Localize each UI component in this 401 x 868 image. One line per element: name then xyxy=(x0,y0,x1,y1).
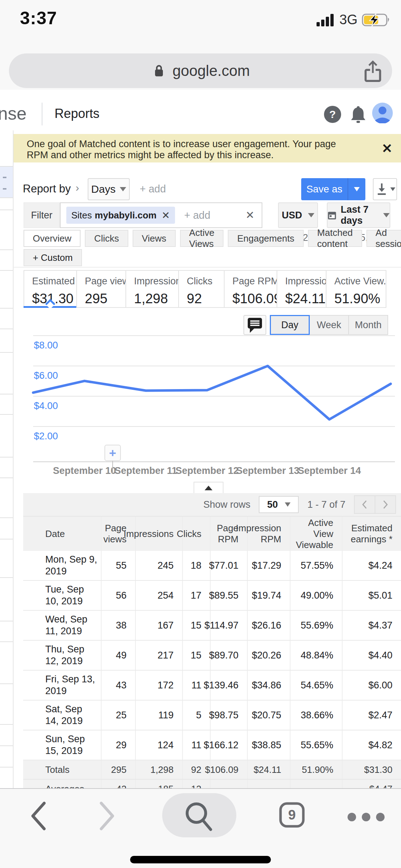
row-value: $20.26 xyxy=(247,641,290,670)
chevron-forward-icon xyxy=(97,800,117,832)
tabs-button[interactable]: 9 xyxy=(279,802,305,830)
totals-value: $31.30 xyxy=(342,760,401,779)
filter-label[interactable]: Filter xyxy=(24,202,60,228)
date-range-value: Last 7 days xyxy=(341,204,379,226)
sidebar-item-highlight[interactable] xyxy=(0,167,13,197)
x-axis-tick-label: September 12 xyxy=(175,465,238,476)
row-value: $6.00 xyxy=(342,671,401,700)
tab-active-views[interactable]: Active Views xyxy=(180,230,224,247)
tab-clicks[interactable]: Clicks xyxy=(85,230,128,247)
prev-page-button[interactable] xyxy=(355,496,375,513)
help-button[interactable]: ? xyxy=(324,105,341,125)
iphone-screen: 3:37 3G google.com xyxy=(0,0,401,868)
adsense-brand-fragment: nse xyxy=(0,103,27,124)
save-as-split-button: Save as xyxy=(301,178,365,200)
filter-add-placeholder: + add xyxy=(184,210,210,221)
table-row: Tue, Sep 10, 20195625417$89.55$19.7449.0… xyxy=(23,581,401,611)
row-date: Mon, Sep 9, 2019 xyxy=(23,551,101,580)
metric-card-active-view[interactable]: Active View...51.90% xyxy=(326,270,386,308)
granularity-day[interactable]: Day xyxy=(270,315,310,335)
sidebar-divider xyxy=(0,724,13,725)
sidebar-divider xyxy=(0,249,13,250)
row-value: $20.75 xyxy=(247,701,290,730)
metric-card-page-rpm[interactable]: Page RPM$106.09 xyxy=(224,270,277,308)
filter-chip-sites[interactable]: Sites mybabyli.com ✕ xyxy=(66,207,175,224)
column-header-date[interactable]: Date xyxy=(23,517,101,551)
comment-icon xyxy=(247,316,263,334)
chevron-down-icon xyxy=(308,213,314,217)
account-avatar[interactable] xyxy=(372,103,393,125)
column-header-impression-rpm[interactable]: Impression RPM xyxy=(247,517,290,551)
table-row: Sat, Sep 14, 2019251195$98.75$20.7538.66… xyxy=(23,701,401,730)
chevron-right-icon xyxy=(379,497,391,512)
battery-charging-icon xyxy=(362,13,391,27)
share-button[interactable] xyxy=(362,60,384,83)
tab-custom[interactable]: + Custom xyxy=(24,249,82,266)
page-size-value: 50 xyxy=(267,499,278,510)
row-date: Fri, Sep 13, 2019 xyxy=(23,671,101,700)
chevron-right-icon: › xyxy=(76,182,79,194)
chip-prefix: Sites xyxy=(71,210,92,221)
column-header-estimated-earnings[interactable]: Estimated earnings * xyxy=(342,517,401,551)
row-value: $114.97 xyxy=(210,611,247,640)
filter-input[interactable]: Sites mybabyli.com ✕ + add ✕ xyxy=(60,202,262,228)
column-header-active-view-viewable[interactable]: Active View Viewable xyxy=(290,517,342,551)
next-page-button[interactable] xyxy=(375,496,395,513)
row-value: 15 xyxy=(182,641,210,670)
forward-button[interactable] xyxy=(97,800,117,833)
row-value: $2.47 xyxy=(342,701,401,730)
page-size-dropdown[interactable]: 50 xyxy=(259,496,299,513)
more-button[interactable] xyxy=(346,812,386,824)
notifications-button[interactable] xyxy=(349,105,367,125)
row-value: $139.46 xyxy=(210,671,247,700)
table-row: Mon, Sep 9, 20195524518$77.01$17.2957.55… xyxy=(23,551,401,581)
filter-clear-icon[interactable]: ✕ xyxy=(246,209,255,221)
dimension-value: Days xyxy=(91,183,115,195)
currency-dropdown[interactable]: USD xyxy=(278,202,318,228)
metric-card-impressions[interactable]: Impressions1,298 xyxy=(125,270,179,308)
address-bar[interactable]: google.com xyxy=(9,53,392,88)
metric-label: Active View... xyxy=(334,276,386,287)
search-button[interactable] xyxy=(183,800,216,835)
row-value: 56 xyxy=(101,581,135,610)
banner-close-icon[interactable]: ✕ xyxy=(382,141,392,156)
row-value: 57.55% xyxy=(290,551,342,580)
share-icon xyxy=(362,60,384,82)
sidebar-divider xyxy=(0,577,13,578)
back-button[interactable] xyxy=(29,800,48,833)
notification-banner: One goal of Matched content is to increa… xyxy=(13,134,401,162)
row-value: 18 xyxy=(182,551,210,580)
table-controls: Show rows 50 1 - 7 of 7 xyxy=(23,493,401,516)
row-value: $34.86 xyxy=(247,671,290,700)
row-value: $89.70 xyxy=(210,641,247,670)
tab-overview[interactable]: Overview xyxy=(24,230,81,247)
dimension-dropdown[interactable]: Days xyxy=(88,178,130,200)
home-indicator[interactable] xyxy=(130,856,271,863)
row-value: 38 xyxy=(101,611,135,640)
column-header-clicks[interactable]: Clicks xyxy=(182,517,210,551)
metric-card-page-views[interactable]: Page views295 xyxy=(76,270,126,308)
network-type-label: 3G xyxy=(339,12,358,27)
save-as-button[interactable]: Save as xyxy=(301,178,348,200)
tab-engagements[interactable]: Engagements xyxy=(228,230,303,247)
add-dimension-link[interactable]: + add xyxy=(140,183,166,195)
metric-card-clicks[interactable]: Clicks92 xyxy=(178,270,225,308)
row-value: 49.00% xyxy=(290,581,342,610)
download-button[interactable] xyxy=(373,178,397,200)
tab-matched-content[interactable]: Matched content xyxy=(308,230,362,247)
chip-remove-icon[interactable]: ✕ xyxy=(161,210,170,221)
sidebar-item-fragment xyxy=(3,188,6,190)
currency-value: USD xyxy=(282,210,302,221)
totals-value: 51.90% xyxy=(290,760,342,779)
metric-card-estimated[interactable]: Estimated ...$31.30 xyxy=(24,270,77,308)
add-event-marker[interactable]: + xyxy=(104,445,121,461)
tab-views[interactable]: Views xyxy=(133,230,176,247)
status-time: 3:37 xyxy=(20,8,57,29)
column-header-impressions[interactable]: Impressions xyxy=(135,517,182,551)
tab-ad-sessions[interactable]: Ad sessions xyxy=(366,230,401,247)
metric-label: Page RPM xyxy=(232,276,277,287)
save-as-menu-button[interactable] xyxy=(348,178,365,200)
date-range-dropdown[interactable]: Last 7 days xyxy=(327,202,390,228)
metric-card-impression[interactable]: Impression...$24.11 xyxy=(277,270,327,308)
collapse-chart-button[interactable] xyxy=(194,482,223,493)
